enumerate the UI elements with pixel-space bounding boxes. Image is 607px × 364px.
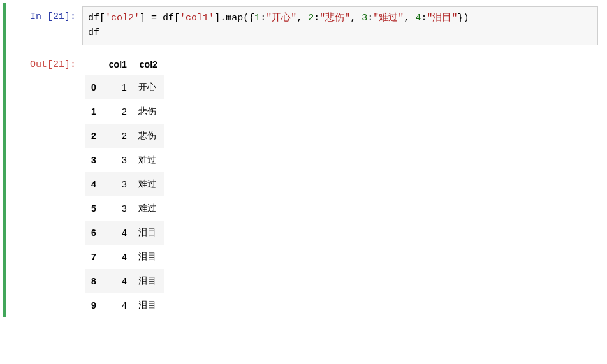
- code-token: ,: [296, 13, 308, 24]
- code-token: "泪目": [427, 13, 457, 24]
- cell-col2: 泪目: [133, 245, 164, 269]
- cell-col1: 1: [103, 75, 133, 99]
- row-index: 2: [85, 124, 103, 148]
- code-token: map: [226, 13, 243, 24]
- code-token: "悲伤": [319, 13, 350, 24]
- row-index: 0: [85, 75, 103, 99]
- row-index: 5: [85, 196, 103, 221]
- row-index: 9: [85, 293, 103, 317]
- code-token: =: [151, 13, 157, 24]
- row-index: 1: [85, 99, 103, 124]
- code-token: ].: [214, 13, 226, 24]
- code-token: df: [157, 13, 174, 24]
- table-row: 43难过: [85, 172, 164, 196]
- output-prompt: Out[21]:: [6, 54, 82, 71]
- code-token: "开心": [266, 13, 296, 24]
- table-header-col1: col1: [103, 54, 133, 75]
- table-row: 12悲伤: [85, 99, 164, 124]
- cell-col1: 3: [103, 196, 133, 221]
- cell-col1: 2: [103, 124, 133, 148]
- cell-col1: 2: [103, 99, 133, 124]
- output-body: col1 col2 01开心12悲伤22悲伤33难过43难过53难过64泪目74…: [82, 54, 604, 317]
- cell-col2: 悲伤: [133, 99, 164, 124]
- code-token: 3: [362, 13, 367, 24]
- cell-col1: 4: [103, 293, 133, 317]
- row-index: 4: [85, 172, 103, 196]
- code-token: 'col2': [105, 13, 140, 24]
- cell-col2: 悲伤: [133, 124, 164, 148]
- table-row: 94泪目: [85, 293, 164, 317]
- row-index: 6: [85, 221, 103, 245]
- code-token: df: [88, 13, 99, 24]
- table-header-col2: col2: [133, 54, 164, 75]
- code-token: 1: [254, 13, 260, 24]
- code-token: [: [174, 13, 180, 24]
- cell-col1: 3: [103, 172, 133, 196]
- code-token: :: [260, 13, 266, 24]
- table-row: 22悲伤: [85, 124, 164, 148]
- code-token: }): [457, 13, 469, 24]
- code-token: "难过": [373, 13, 404, 24]
- table-row: 64泪目: [85, 221, 164, 245]
- input-prompt: In [21]:: [6, 6, 82, 24]
- code-token: :: [367, 13, 373, 24]
- table-row: 74泪目: [85, 245, 164, 269]
- code-token: ]: [140, 13, 151, 24]
- cell-col2: 泪目: [133, 293, 164, 317]
- cell-col2: 泪目: [133, 221, 164, 245]
- cell-col1: 4: [103, 269, 133, 293]
- code-input[interactable]: df['col2'] = df['col1'].map({1:"开心", 2:"…: [82, 6, 598, 45]
- output-area: Out[21]: col1 col2 01开心12悲伤22悲伤33难过43难过5…: [6, 48, 604, 317]
- input-area: In [21]: df['col2'] = df['col1'].map({1:…: [6, 3, 604, 48]
- cell-col1: 4: [103, 221, 133, 245]
- code-token: :: [314, 13, 319, 24]
- code-token: ({: [243, 13, 254, 24]
- row-index: 7: [85, 245, 103, 269]
- code-token: 'col1': [180, 13, 214, 24]
- cell-col2: 难过: [133, 172, 164, 196]
- table-header-index: [85, 54, 103, 75]
- table-row: 53难过: [85, 196, 164, 221]
- notebook-cell: In [21]: df['col2'] = df['col1'].map({1:…: [3, 3, 604, 317]
- cell-col1: 4: [103, 245, 133, 269]
- code-token: ,: [404, 13, 415, 24]
- table-row: 33难过: [85, 148, 164, 172]
- cell-col1: 3: [103, 148, 133, 172]
- dataframe-table: col1 col2 01开心12悲伤22悲伤33难过43难过53难过64泪目74…: [85, 54, 164, 317]
- row-index: 3: [85, 148, 103, 172]
- row-index: 8: [85, 269, 103, 293]
- cell-col2: 泪目: [133, 269, 164, 293]
- cell-col2: 开心: [133, 75, 164, 99]
- table-row: 01开心: [85, 75, 164, 99]
- code-token: ,: [350, 13, 362, 24]
- code-token: 2: [308, 13, 314, 24]
- table-row: 84泪目: [85, 269, 164, 293]
- cell-col2: 难过: [133, 148, 164, 172]
- code-token: df: [88, 27, 99, 38]
- table-header-row: col1 col2: [85, 54, 164, 75]
- code-token: [: [99, 13, 105, 24]
- cell-col2: 难过: [133, 196, 164, 221]
